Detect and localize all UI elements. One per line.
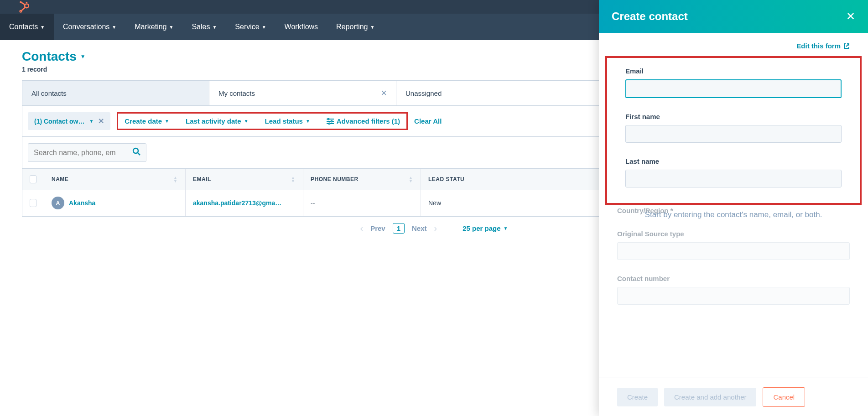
hubspot-logo[interactable] [18,1,30,13]
svg-line-2 [21,2,26,5]
chevron-down-icon: ▼ [262,25,266,30]
input-last-name[interactable] [625,170,842,187]
filters-highlight-box: Create date▼ Last activity date▼ Lead st… [117,112,408,130]
next-button[interactable]: Next [412,224,427,232]
search-box[interactable] [28,143,146,162]
prev-button[interactable]: Prev [370,224,385,232]
sort-icon: ▲▼ [291,176,296,182]
svg-point-10 [331,120,332,122]
svg-point-11 [328,123,330,124]
svg-point-12 [133,148,138,153]
input-email[interactable] [625,79,842,98]
cell-name[interactable]: A Akansha [44,190,186,216]
filter-lead-status[interactable]: Lead status▼ [265,117,310,125]
search-icon[interactable] [132,147,140,158]
nav-workflows[interactable]: Workflows [275,14,327,40]
page-current[interactable]: 1 [393,223,405,234]
field-source: Original Source type [599,223,868,267]
panel-body: Edit this form Email First name Last nam… [599,33,868,378]
nav-conversations[interactable]: Conversations▼ [54,14,125,40]
label-contact-number: Contact number [617,275,850,282]
nav-service[interactable]: Service▼ [226,14,275,40]
search-input[interactable] [34,149,132,157]
form-highlight-box: Email First name Last name [605,56,862,205]
filter-contact-owner[interactable]: (1) Contact ow… ▼ ✕ [28,112,110,130]
select-all-cell[interactable] [22,169,44,190]
chevron-down-icon: ▼ [112,25,116,30]
svg-line-1 [21,7,26,11]
filter-last-activity[interactable]: Last activity date▼ [186,117,249,125]
checkbox[interactable] [30,199,36,207]
chevron-down-icon: ▼ [212,25,217,30]
filter-create-date[interactable]: Create date▼ [125,117,169,125]
close-icon[interactable]: × [381,87,387,99]
input-first-name[interactable] [625,125,842,143]
create-and-add-another-button[interactable]: Create and add another [664,388,756,406]
nav-sales[interactable]: Sales▼ [182,14,226,40]
sliders-icon [327,118,334,125]
prev-arrow-icon[interactable]: ‹ [360,223,363,234]
cancel-button[interactable]: Cancel [763,387,805,407]
sort-icon: ▲▼ [409,176,413,182]
col-phone[interactable]: PHONE NUMBER▲▼ [303,169,421,190]
svg-point-5 [20,10,21,12]
panel-title: Create contact [612,10,688,23]
checkbox[interactable] [30,175,36,183]
input-source[interactable] [617,242,850,260]
label-first-name: First name [625,113,842,120]
label-email: Email [625,67,842,75]
field-contact-number: Contact number [599,267,868,312]
field-email: Email [607,60,860,105]
field-first-name: First name [607,105,860,150]
per-page-selector[interactable]: 25 per page▼ [463,224,508,232]
cell-phone: -- [303,190,421,216]
filter-advanced[interactable]: Advanced filters (1) [327,117,400,125]
sort-icon: ▲▼ [173,176,178,182]
chevron-down-icon: ▼ [169,25,173,30]
page-title: Contacts [22,49,77,64]
col-email[interactable]: EMAIL▲▼ [186,169,303,190]
chevron-down-icon: ▼ [244,119,249,124]
svg-point-9 [327,118,329,120]
helper-text: Start by entering the contact's name, em… [599,209,868,221]
chevron-down-icon: ▼ [504,226,508,231]
svg-point-4 [26,2,27,3]
close-icon[interactable]: ✕ [98,117,104,125]
cell-lead-status: New [421,190,539,216]
edit-form-link[interactable]: Edit this form [599,42,868,56]
tab-all-contacts[interactable]: All contacts [22,81,209,105]
panel-header: Create contact ✕ [599,0,868,33]
create-button[interactable]: Create [617,388,658,406]
col-lead-status[interactable]: LEAD STATU [421,169,539,190]
label-last-name: Last name [625,157,842,165]
chevron-down-icon: ▼ [89,119,94,124]
col-name[interactable]: NAME▲▼ [44,169,186,190]
tab-unassigned[interactable]: Unassigned [396,81,460,105]
chevron-down-icon: ▼ [370,25,374,30]
label-source: Original Source type [617,230,850,238]
svg-line-13 [138,153,140,155]
panel-footer: Create Create and add another Cancel [599,378,868,416]
row-select-cell[interactable] [22,190,44,216]
chevron-down-icon: ▼ [165,119,169,124]
close-icon[interactable]: ✕ [846,10,855,23]
external-link-icon [843,43,850,49]
nav-contacts[interactable]: Contacts▼ [0,14,54,40]
chevron-down-icon: ▼ [40,25,45,30]
clear-all-filters[interactable]: Clear All [414,117,442,125]
next-arrow-icon[interactable]: › [434,223,437,234]
tab-my-contacts[interactable]: My contacts× [209,81,396,105]
nav-marketing[interactable]: Marketing▼ [125,14,182,40]
input-contact-number[interactable] [617,287,850,305]
contact-name-link[interactable]: Akansha [69,199,95,207]
nav-reporting[interactable]: Reporting▼ [327,14,384,40]
svg-point-3 [20,1,21,3]
create-contact-panel: Create contact ✕ Edit this form Email Fi… [599,0,868,416]
chevron-down-icon: ▼ [80,53,86,60]
avatar: A [52,197,64,209]
cell-email[interactable]: akansha.patidar2713@gma… [186,190,303,216]
chevron-down-icon: ▼ [306,119,310,124]
field-last-name: Last name [607,150,860,195]
